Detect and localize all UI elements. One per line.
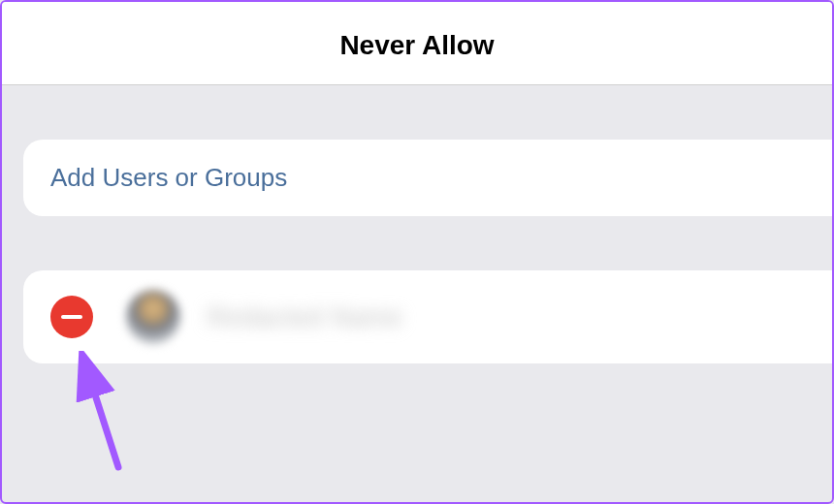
- svg-line-1: [85, 364, 118, 467]
- user-row: Redacted Name: [23, 270, 832, 363]
- minus-icon: [61, 315, 82, 319]
- content-area: Add Users or Groups Redacted Name: [2, 85, 832, 363]
- add-users-link[interactable]: Add Users or Groups: [50, 163, 287, 193]
- page-title: Never Allow: [339, 30, 494, 61]
- header-bar: Never Allow: [2, 2, 832, 85]
- add-users-card[interactable]: Add Users or Groups: [23, 140, 832, 216]
- avatar: [126, 290, 180, 344]
- remove-user-button[interactable]: [50, 296, 93, 338]
- user-name-label: Redacted Name: [208, 302, 402, 332]
- arrow-annotation-icon: [70, 351, 147, 487]
